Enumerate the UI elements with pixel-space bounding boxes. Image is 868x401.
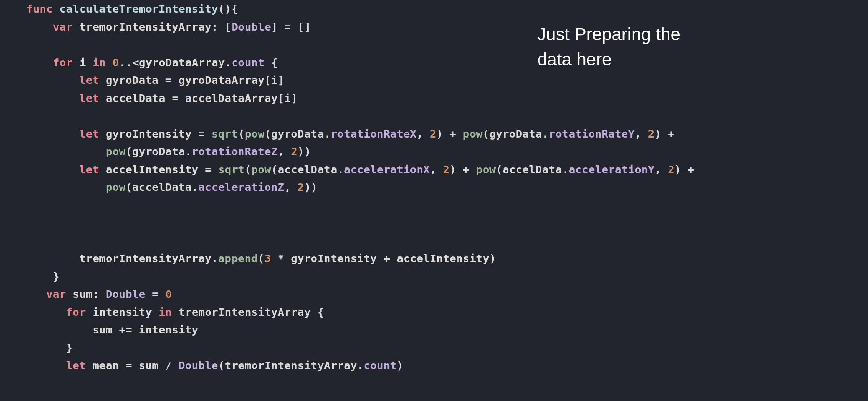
- punct: (accelData.: [496, 163, 569, 176]
- identifier: intensity: [93, 306, 152, 318]
- space: [73, 56, 79, 69]
- keyword-func: func: [26, 3, 53, 15]
- number-literal: 2: [291, 145, 298, 158]
- property: accelerationX: [344, 163, 430, 176]
- call: pow: [251, 163, 271, 176]
- annotation-line-1: Just Preparing the: [537, 24, 680, 44]
- brace-open: {: [271, 56, 278, 69]
- indent: [0, 341, 66, 354]
- equals: = sum /: [119, 359, 179, 372]
- space: [99, 74, 106, 86]
- equals: =: [159, 74, 178, 86]
- space: [66, 288, 73, 300]
- identifier: gyroDataArray: [178, 74, 264, 86]
- space: [99, 163, 106, 176]
- space: [86, 359, 93, 372]
- function-name: calculateTremorIntensity: [60, 3, 218, 15]
- identifier: gyroDataArray: [139, 56, 225, 69]
- keyword-in: in: [93, 56, 106, 69]
- indent: [0, 359, 66, 372]
- space: [73, 21, 79, 33]
- call: sqrt: [218, 163, 245, 176]
- subscript: [i]: [278, 92, 298, 104]
- subscript: [i]: [264, 74, 284, 86]
- call: pow: [463, 128, 483, 140]
- brace-close: }: [53, 270, 60, 283]
- number-literal: 3: [264, 252, 271, 265]
- punct: ) +: [655, 128, 681, 140]
- keyword-for: for: [53, 56, 73, 69]
- identifier: accelData: [106, 92, 165, 104]
- equals: =: [165, 92, 185, 104]
- indent: [0, 323, 93, 336]
- space: [99, 92, 106, 104]
- keyword-var: var: [53, 21, 73, 33]
- call: sqrt: [212, 128, 238, 140]
- keyword-let: let: [66, 359, 86, 372]
- expr: * gyroIntensity + accelIntensity): [271, 252, 496, 265]
- equals: =: [199, 163, 218, 176]
- punct: )): [304, 181, 318, 193]
- keyword-let: let: [79, 74, 99, 86]
- indent: [0, 128, 79, 140]
- identifier: accelDataArray: [185, 92, 278, 104]
- paren: (: [238, 128, 245, 140]
- dot: .: [225, 56, 232, 69]
- annotation-text: Just Preparing the data here: [537, 22, 680, 72]
- punct: (gyroData.: [125, 145, 192, 158]
- editor-view: func calculateTremorIntensity(){ var tre…: [0, 0, 868, 401]
- space: [53, 3, 60, 15]
- type-name: Double: [178, 359, 218, 372]
- property: rotationRateX: [331, 128, 417, 140]
- keyword-var: var: [46, 288, 66, 300]
- keyword-in: in: [159, 306, 172, 318]
- punct: ] = []: [271, 21, 311, 33]
- punct: ) +: [450, 163, 476, 176]
- property: count: [363, 359, 397, 372]
- identifier: tremorIntensityArray: [79, 21, 212, 33]
- property: rotationRateY: [549, 128, 635, 140]
- call: pow: [476, 163, 496, 176]
- number-literal: 2: [443, 163, 450, 176]
- identifier: sum: [73, 288, 92, 300]
- indent: [0, 74, 79, 86]
- comma: ,: [430, 163, 443, 176]
- call: pow: [106, 145, 125, 158]
- indent: [0, 163, 79, 176]
- indent: [0, 56, 53, 69]
- indent: [0, 288, 46, 300]
- brace-close: }: [66, 341, 73, 354]
- punct: (accelData.: [271, 163, 344, 176]
- indent: [0, 306, 66, 318]
- space: [264, 56, 271, 69]
- indent: [0, 252, 79, 265]
- comma: ,: [655, 163, 668, 176]
- indent: [0, 270, 53, 283]
- punct: (accelData.: [125, 181, 198, 193]
- identifier: tremorIntensityArray: [178, 306, 311, 318]
- identifier: mean: [93, 359, 119, 372]
- call: pow: [106, 181, 125, 193]
- property: accelerationZ: [199, 181, 285, 193]
- punct: )): [298, 145, 311, 158]
- paren: (): [218, 3, 232, 15]
- property: count: [231, 56, 264, 69]
- identifier: i: [79, 56, 86, 69]
- type-name: Double: [106, 288, 146, 300]
- keyword-let: let: [79, 92, 99, 104]
- punct: : [: [212, 21, 231, 33]
- property: rotationRateZ: [192, 145, 278, 158]
- call: append: [218, 252, 258, 265]
- number-literal: 2: [668, 163, 675, 176]
- space: [172, 306, 179, 318]
- brace-open: {: [317, 306, 324, 318]
- space: [106, 56, 112, 69]
- keyword-let: let: [79, 163, 99, 176]
- space: [86, 306, 93, 318]
- dot: .: [212, 252, 218, 265]
- paren-close: ): [397, 359, 403, 372]
- indent: [0, 21, 53, 33]
- number-literal: 2: [430, 128, 437, 140]
- punct: (gyroData.: [264, 128, 331, 140]
- punct: ) +: [437, 128, 463, 140]
